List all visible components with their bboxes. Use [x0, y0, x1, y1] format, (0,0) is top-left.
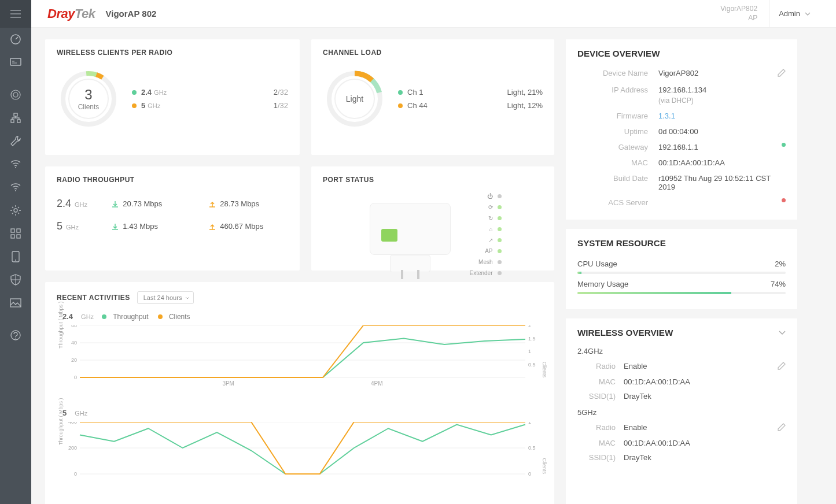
overview-row: Firmware 1.3.1 — [577, 108, 786, 124]
dot-icon — [398, 103, 403, 108]
recent-activities-card: RECENT ACTIVITIES Last 24 hours 2.4GHz T… — [45, 282, 554, 504]
chevron-down-icon[interactable] — [779, 331, 786, 335]
topbar: DrayTek VigorAP 802 VigorAP802 AP Admin — [31, 0, 836, 28]
card-title: PORT STATUS — [323, 176, 543, 184]
channel-row: Ch 1Light, 21% — [398, 88, 543, 97]
nav-mobile-icon[interactable] — [0, 245, 31, 268]
port-status-card: PORT STATUS ⏻⟳↻⌂↗APMeshExtender — [311, 166, 554, 270]
wireless-clients-card: WIRELESS CLIENTS PER RADIO 3Clients 2.4G… — [45, 39, 300, 155]
chevron-down-icon — [805, 12, 811, 16]
status-dot-icon — [782, 198, 786, 202]
wireless-row: MAC00:1D:AA:00:1D:AA — [577, 375, 786, 389]
svg-rect-6 — [17, 120, 20, 123]
channel-row: Ch 44Light, 12% — [398, 101, 543, 110]
svg-text:1.5: 1.5 — [528, 336, 536, 342]
admin-menu-button[interactable]: Admin — [769, 0, 820, 28]
svg-point-7 — [15, 167, 16, 168]
svg-text:40: 40 — [71, 340, 77, 346]
svg-text:0: 0 — [74, 375, 77, 380]
led-row: ⌂ — [469, 224, 501, 235]
led-icon — [498, 260, 502, 264]
svg-rect-4 — [14, 113, 17, 116]
led-row: Mesh — [469, 257, 501, 268]
overview-row: Build Date r10952 Thu Aug 29 10:52:11 CS… — [577, 171, 786, 195]
nav-network-icon[interactable] — [0, 106, 31, 129]
band-row: 2.4GHz 2 /32 — [132, 88, 288, 97]
svg-rect-11 — [17, 229, 20, 232]
svg-text:0: 0 — [74, 471, 77, 477]
nav-shield-icon[interactable] — [0, 268, 31, 291]
throughput-row: 5GHz 1.43 Mbps 460.67 Mbps — [57, 220, 288, 232]
nav-wifi-icon[interactable] — [0, 153, 31, 176]
nav-target-icon[interactable] — [0, 83, 31, 106]
nav-monitor-icon[interactable] — [0, 51, 31, 74]
svg-point-8 — [15, 190, 16, 191]
activity-chart-2.4: 2.4GHz Throughput Clients Throughput ( M… — [57, 312, 543, 395]
svg-text:0.5: 0.5 — [528, 362, 536, 368]
status-dot-icon — [782, 143, 786, 147]
nav-dashboard-icon[interactable] — [0, 28, 31, 51]
wireless-row: MAC00:1D:AA:00:1D:AA — [577, 436, 786, 450]
card-title: DEVICE OVERVIEW — [566, 39, 797, 65]
overview-row: Device Name VigorAP802 — [577, 65, 786, 82]
svg-text:1: 1 — [528, 422, 531, 425]
svg-point-9 — [14, 209, 17, 212]
device-image — [364, 197, 456, 272]
svg-text:400: 400 — [68, 422, 77, 425]
nav-settings-icon[interactable] — [0, 199, 31, 222]
led-icon — [498, 205, 502, 209]
svg-rect-1 — [10, 58, 21, 65]
edit-icon[interactable] — [778, 362, 786, 372]
card-title: WIRELESS OVERVIEW — [577, 328, 673, 338]
upload-value: 28.73 Mbps — [208, 199, 288, 208]
dot-icon — [398, 90, 403, 95]
svg-point-18 — [15, 338, 16, 339]
svg-rect-12 — [11, 235, 14, 238]
wireless-row: RadioEnable — [577, 420, 786, 436]
edit-icon[interactable] — [778, 423, 786, 433]
nav-tools-icon[interactable] — [0, 129, 31, 153]
dot-icon — [132, 90, 137, 95]
device-overview-card: DEVICE OVERVIEW Device Name VigorAP802 I… — [566, 39, 797, 220]
throughput-row: 2.4GHz 20.73 Mbps 28.73 Mbps — [57, 198, 288, 210]
overview-row: IP Address 192.168.1.134(via DHCP) — [577, 82, 786, 108]
nav-apps-icon[interactable] — [0, 222, 31, 245]
svg-text:4PM: 4PM — [371, 380, 383, 387]
channel-load-card: CHANNEL LOAD Light Ch 1Light, 21% Ch 44L… — [311, 39, 554, 155]
radio-throughput-card: RADIO THROUGHPUT 2.4GHz 20.73 Mbps 28.73… — [45, 166, 300, 270]
resource-row: CPU Usage2% — [577, 260, 786, 274]
download-value: 20.73 Mbps — [111, 199, 191, 208]
overview-row: Gateway 192.168.1.1 — [577, 139, 786, 155]
led-row: Extender — [469, 268, 501, 279]
led-row: ⏻ — [469, 191, 501, 202]
svg-point-3 — [13, 92, 18, 97]
svg-text:60: 60 — [71, 325, 77, 328]
led-row: ↻ — [469, 213, 501, 224]
svg-text:20: 20 — [71, 357, 77, 363]
upload-value: 460.67 Mbps — [208, 222, 288, 231]
led-row: ↗ — [469, 235, 501, 246]
menu-toggle-button[interactable] — [0, 0, 31, 28]
svg-rect-10 — [11, 229, 14, 232]
card-title: RADIO THROUGHPUT — [57, 176, 288, 184]
status-led-panel: ⏻⟳↻⌂↗APMeshExtender — [469, 191, 501, 279]
download-value: 1.43 Mbps — [111, 222, 191, 231]
model-label: VigorAP 802 — [106, 9, 157, 18]
time-range-select[interactable]: Last 24 hours — [137, 291, 194, 304]
nav-wifi2-icon[interactable] — [0, 176, 31, 199]
svg-text:200: 200 — [68, 445, 77, 451]
nav-image-icon[interactable] — [0, 291, 31, 314]
dot-icon — [132, 103, 137, 108]
clients-donut-chart: 3Clients — [57, 67, 120, 131]
svg-point-2 — [11, 90, 20, 99]
nav-help-icon[interactable] — [0, 324, 31, 347]
resource-row: Memory Usage74% — [577, 280, 786, 294]
edit-icon[interactable] — [778, 69, 786, 79]
wireless-row: SSID(1)DrayTek — [577, 450, 786, 465]
led-row: ⟳ — [469, 202, 501, 213]
card-title: CHANNEL LOAD — [323, 49, 543, 57]
svg-text:0: 0 — [528, 471, 531, 477]
band-row: 5GHz 1 /32 — [132, 101, 288, 110]
wireless-overview-card: WIRELESS OVERVIEW 2.4GHzRadioEnableMAC00… — [566, 318, 797, 504]
svg-text:2: 2 — [528, 325, 531, 328]
